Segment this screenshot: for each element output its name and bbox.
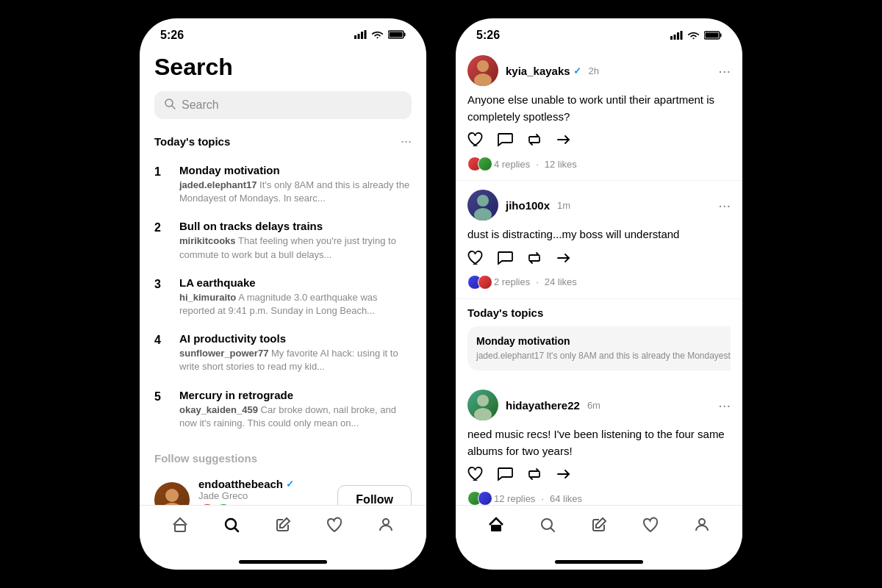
topic-content-3: LA earthquake hi_kimuraito A magnitude 3… <box>179 276 412 318</box>
suggestion-avatar <box>154 482 190 505</box>
nav-home-1[interactable] <box>165 513 195 541</box>
svg-line-8 <box>172 106 175 109</box>
post-header-1: kyia_kayaks ✓ 2h ··· <box>467 55 731 86</box>
comment-icon-2[interactable] <box>497 251 513 269</box>
post-time-2: 1m <box>557 200 570 211</box>
nav-compose-1[interactable] <box>268 513 298 541</box>
post-more-icon-3[interactable]: ··· <box>718 397 731 414</box>
svg-line-13 <box>235 528 239 532</box>
post-stats-3: 12 replies · 64 likes <box>467 491 731 505</box>
svg-rect-20 <box>720 33 722 37</box>
svg-rect-1 <box>358 34 360 39</box>
share-icon-2[interactable] <box>556 251 572 269</box>
search-input-wrap[interactable]: Search <box>154 91 412 119</box>
topic-desc-4: sunflower_power77 My favorite AI hack: u… <box>179 347 412 373</box>
nav-heart-1[interactable] <box>320 513 349 541</box>
reply-av-6 <box>478 491 492 505</box>
like-icon-1[interactable] <box>467 132 484 151</box>
topic-desc-5: okay_kaiden_459 Car broke down, nail bro… <box>179 404 412 430</box>
post-time-1: 2h <box>589 65 599 76</box>
topic-item-4[interactable]: 4 AI productivity tools sunflower_power7… <box>154 325 412 381</box>
nav-profile-2[interactable] <box>687 513 717 541</box>
nav-home-2[interactable] <box>481 513 511 541</box>
topic-title-3: LA earthquake <box>179 276 412 289</box>
battery-icon-1 <box>388 30 406 41</box>
signal-icon-1 <box>354 30 367 41</box>
svg-line-35 <box>551 528 555 532</box>
post-text-1: Anyone else unable to work until their a… <box>467 92 731 125</box>
stat-dot-3: · <box>541 493 544 504</box>
post-more-icon-2[interactable]: ··· <box>718 197 731 214</box>
share-icon-3[interactable] <box>556 467 572 485</box>
phone-1: 5:26 Search Search <box>140 18 426 570</box>
topic-card-desc-1: jaded.elephant17 It's only 8AM and this … <box>476 350 731 362</box>
post-text-2: dust is distracting...my boss will under… <box>467 226 731 243</box>
post-stats-2: 2 replies · 24 likes <box>467 275 731 290</box>
topic-content-4: AI productivity tools sunflower_power77 … <box>179 332 412 373</box>
topic-num-4: 4 <box>154 334 169 347</box>
post-meta-2: jiho100x 1m <box>506 199 711 212</box>
status-bar-2: 5:26 <box>456 18 742 46</box>
like-icon-3[interactable] <box>467 467 484 485</box>
topic-item-2[interactable]: 2 Bull on tracks delays trains mirikitco… <box>154 212 412 268</box>
post-avatar-3 <box>467 390 498 420</box>
post-time-3: 6m <box>587 400 600 411</box>
svg-rect-6 <box>390 32 403 37</box>
verified-icon-1: ✓ <box>573 65 581 76</box>
suggestion-info: endoatthebeach ✓ Jade Greco 5,012 follow… <box>198 478 329 505</box>
topic-item-5[interactable]: 5 Mercury in retrograde okay_kaiden_459 … <box>154 381 412 437</box>
suggestion-username: endoatthebeach ✓ <box>198 478 329 490</box>
topics-scroll[interactable]: Monday motivation jaded.elephant17 It's … <box>467 326 731 374</box>
post-avatar-1 <box>467 55 498 86</box>
share-icon-1[interactable] <box>556 132 572 151</box>
topic-card-1[interactable]: Monday motivation jaded.elephant17 It's … <box>467 326 731 371</box>
phone1-content: Search Search Today's topics ··· 1 Monda… <box>140 46 426 505</box>
nav-search-2[interactable] <box>533 513 562 541</box>
topic-desc-3: hi_kimuraito A magnitude 3.0 earthquake … <box>179 291 412 318</box>
search-icon-1 <box>165 98 176 112</box>
post-actions-3 <box>467 467 731 485</box>
topics-section-title: Today's topics <box>154 135 230 148</box>
topics-more-icon[interactable]: ··· <box>401 134 412 149</box>
replies-count-1: 4 replies <box>494 159 530 170</box>
topic-item-1[interactable]: 1 Monday motivation jaded.elephant17 It'… <box>154 157 412 212</box>
post-text-3: need music recs! I've been listening to … <box>467 426 731 459</box>
comment-icon-1[interactable] <box>497 132 513 151</box>
stat-dot-2: · <box>536 276 539 287</box>
follow-button[interactable]: Follow <box>337 485 412 505</box>
verified-icon: ✓ <box>286 478 294 490</box>
replies-count-3: 12 replies <box>494 493 535 504</box>
nav-search-1[interactable] <box>217 513 246 541</box>
topic-item-3[interactable]: 3 LA earthquake hi_kimuraito A magnitude… <box>154 269 412 325</box>
svg-rect-18 <box>681 31 683 40</box>
topic-author-1: jaded.elephant17 <box>179 179 257 190</box>
topic-desc-1: jaded.elephant17 It's only 8AM and this … <box>179 179 412 205</box>
topic-num-5: 5 <box>154 390 169 404</box>
post-header-3: hidayathere22 6m ··· <box>467 390 731 420</box>
repost-icon-2[interactable] <box>526 251 542 269</box>
post-username-2: jiho100x 1m <box>506 199 711 212</box>
topic-num-3: 3 <box>154 278 169 291</box>
svg-point-25 <box>477 195 489 207</box>
nav-profile-1[interactable] <box>371 513 401 541</box>
nav-compose-2[interactable] <box>584 513 614 541</box>
repost-icon-1[interactable] <box>526 132 542 151</box>
like-icon-2[interactable] <box>467 251 484 269</box>
svg-rect-21 <box>706 32 719 37</box>
topic-author-5: okay_kaiden_459 <box>179 404 258 415</box>
comment-icon-3[interactable] <box>497 467 513 485</box>
topic-author-3: hi_kimuraito <box>179 292 236 303</box>
search-input[interactable]: Search <box>182 98 219 112</box>
svg-rect-15 <box>670 36 673 40</box>
post-item-1: kyia_kayaks ✓ 2h ··· Anyone else unable … <box>456 46 742 181</box>
svg-point-28 <box>477 395 489 406</box>
topic-content-1: Monday motivation jaded.elephant17 It's … <box>179 164 412 205</box>
svg-rect-3 <box>365 30 367 39</box>
topic-title-2: Bull on tracks delays trains <box>179 220 412 232</box>
nav-heart-2[interactable] <box>636 513 665 541</box>
post-more-icon-1[interactable]: ··· <box>718 62 731 79</box>
topic-card-title-1: Monday motivation <box>476 335 731 347</box>
repost-icon-3[interactable] <box>526 467 542 485</box>
search-page-title: Search <box>154 54 412 81</box>
reply-avatars-2 <box>467 275 488 290</box>
